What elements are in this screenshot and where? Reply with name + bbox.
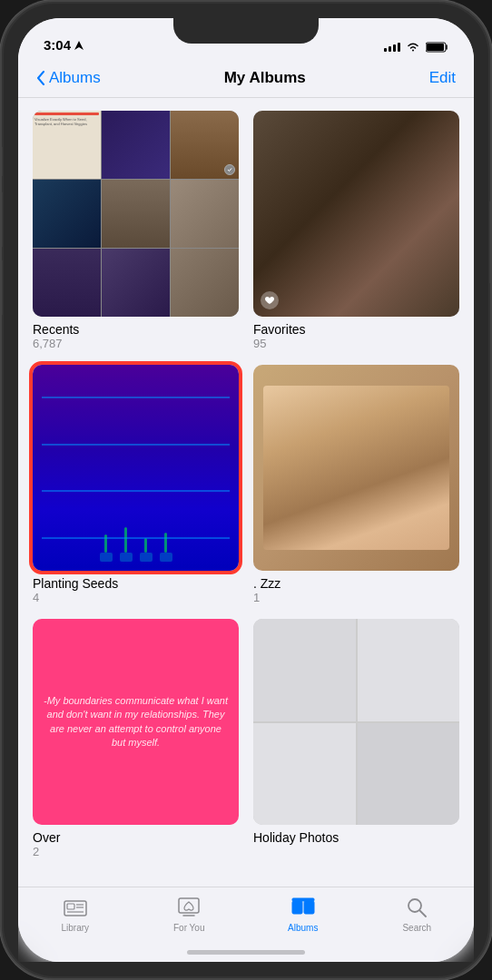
svg-line-14 <box>420 911 427 917</box>
svg-rect-2 <box>427 44 444 51</box>
library-tab-icon <box>63 895 88 920</box>
album-thumb-over: -My boundaries communicate what I want a… <box>33 619 239 825</box>
album-name-planting-seeds: Planting Seeds <box>33 576 239 591</box>
album-count-zzz: 1 <box>253 591 459 604</box>
tab-albums-label: Albums <box>288 923 318 933</box>
recents-collage: Visualize Exactly When to Seed, Transpla… <box>33 111 239 317</box>
volume-down-button[interactable] <box>0 260 3 315</box>
back-label: Albums <box>49 69 101 87</box>
nav-bar: Albums My Albums Edit <box>18 58 474 98</box>
notch <box>173 18 319 44</box>
tab-search[interactable]: Search <box>385 895 448 933</box>
album-name-holiday: Holiday Photos <box>253 830 459 845</box>
holiday-cell-2 <box>358 619 460 721</box>
album-thumb-zzz <box>253 365 459 571</box>
albums-grid: Visualize Exactly When to Seed, Transpla… <box>33 111 459 858</box>
search-tab-icon <box>404 895 429 920</box>
albums-icon <box>291 897 315 917</box>
album-count-over: 2 <box>33 845 239 858</box>
nav-title: My Albums <box>224 69 306 87</box>
album-label-holiday: Holiday Photos <box>253 830 459 845</box>
collage-cell-9 <box>171 249 239 317</box>
tab-library[interactable]: Library <box>44 895 107 933</box>
zzz-people <box>263 386 448 551</box>
album-name-favorites: Favorites <box>253 322 459 337</box>
search-icon <box>407 897 427 917</box>
tab-for-you-label: For You <box>173 923 204 933</box>
phone-screen: 3:04 <box>18 18 474 962</box>
holiday-image <box>253 619 459 825</box>
album-label-over: Over 2 <box>33 830 239 858</box>
album-zzz[interactable]: . Zzz 1 <box>253 365 459 604</box>
home-indicator <box>187 950 305 955</box>
signal-bar-1 <box>384 48 387 52</box>
time-display: 3:04 <box>44 37 71 53</box>
over-text: -My boundaries communicate what I want a… <box>44 694 228 750</box>
blue-line-4 <box>42 537 230 539</box>
svg-rect-8 <box>179 898 199 913</box>
album-name-over: Over <box>33 830 239 845</box>
tab-library-label: Library <box>61 923 89 933</box>
album-name-zzz: . Zzz <box>253 576 459 591</box>
zzz-image <box>253 365 459 571</box>
edit-button[interactable]: Edit <box>429 69 456 87</box>
album-favorites[interactable]: Favorites 95 <box>253 111 459 350</box>
album-count-planting-seeds: 4 <box>33 591 239 604</box>
main-area: 3:04 <box>18 18 474 962</box>
album-label-recents: Recents 6,787 <box>33 322 239 350</box>
signal-bar-3 <box>393 44 396 52</box>
album-holiday-photos[interactable]: Holiday Photos <box>253 619 459 858</box>
album-over[interactable]: -My boundaries communicate what I want a… <box>33 619 239 858</box>
collage-cell-5 <box>102 180 170 248</box>
album-recents[interactable]: Visualize Exactly When to Seed, Transpla… <box>33 111 239 350</box>
mute-button[interactable] <box>0 147 3 176</box>
volume-up-button[interactable] <box>0 192 3 247</box>
collage-cell-8 <box>102 249 170 317</box>
back-chevron-icon <box>36 71 45 85</box>
svg-rect-4 <box>67 904 74 909</box>
blue-lines <box>33 365 239 571</box>
tab-albums[interactable]: Albums <box>271 895 335 933</box>
battery-icon <box>426 42 448 53</box>
collage-cell-4 <box>33 180 101 248</box>
svg-rect-12 <box>292 898 314 901</box>
albums-tab-icon <box>290 895 316 920</box>
tab-for-you[interactable]: For You <box>157 895 221 933</box>
album-planting-seeds[interactable]: Planting Seeds 4 <box>33 365 239 604</box>
blue-line-3 <box>42 490 230 492</box>
favorites-heart-icon <box>261 291 279 309</box>
svg-marker-0 <box>74 41 84 50</box>
collage-cell-2 <box>102 111 170 179</box>
signal-bar-4 <box>398 43 400 52</box>
status-time: 3:04 <box>44 37 84 53</box>
favorites-inner <box>253 111 459 317</box>
album-label-planting-seeds: Planting Seeds 4 <box>33 576 239 604</box>
album-count-recents: 6,787 <box>33 337 239 350</box>
location-icon <box>74 41 84 50</box>
svg-rect-11 <box>304 901 314 914</box>
tab-search-label: Search <box>402 923 431 933</box>
collage-cell-7 <box>33 249 101 317</box>
album-label-zzz: . Zzz 1 <box>253 576 459 604</box>
signal-bar-2 <box>389 46 391 52</box>
phone-frame: 3:04 <box>0 0 492 980</box>
status-icons <box>384 42 448 53</box>
signal-bars <box>384 43 400 52</box>
back-button[interactable]: Albums <box>36 69 101 87</box>
holiday-cell-1 <box>253 619 356 721</box>
album-thumb-recents: Visualize Exactly When to Seed, Transpla… <box>33 111 239 317</box>
album-thumb-favorites <box>253 111 459 317</box>
holiday-cell-3 <box>253 723 356 826</box>
albums-content: Visualize Exactly When to Seed, Transpla… <box>18 98 474 962</box>
svg-rect-10 <box>292 901 302 914</box>
for-you-tab-icon <box>176 895 202 920</box>
planting-image <box>33 365 239 571</box>
album-label-favorites: Favorites 95 <box>253 322 459 350</box>
for-you-icon <box>178 897 200 917</box>
holiday-cell-4 <box>358 723 460 826</box>
album-thumb-planting-seeds <box>33 365 239 571</box>
album-name-recents: Recents <box>33 322 239 337</box>
blue-line-1 <box>42 397 230 398</box>
collage-cell-1: Visualize Exactly When to Seed, Transpla… <box>33 111 101 179</box>
wifi-icon <box>406 42 420 53</box>
